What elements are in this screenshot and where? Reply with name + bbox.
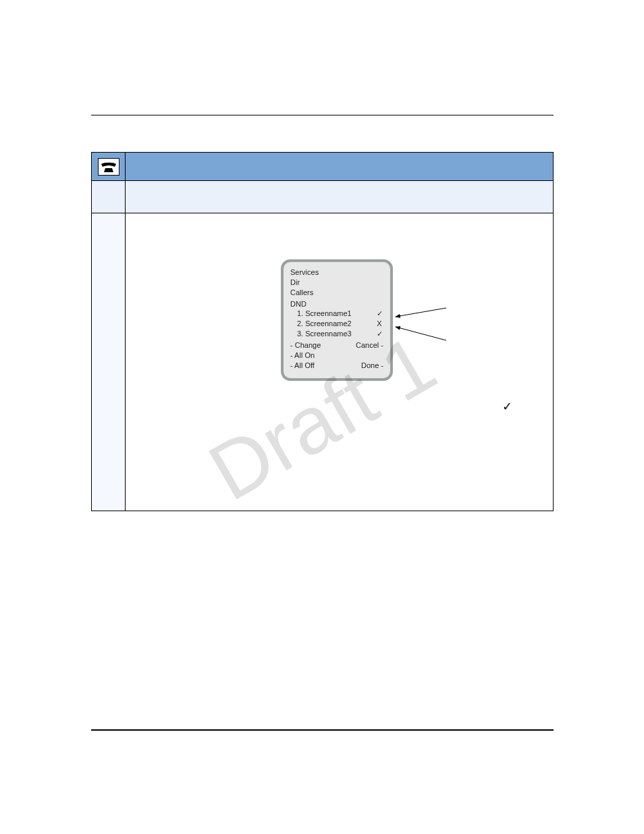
- phone-account-entry: 2. Screenname2: [297, 319, 352, 329]
- phone-account-row: 2. Screenname2 X: [297, 319, 383, 329]
- page-container: Services Dir Callers DND 1. Screenname1 …: [0, 0, 644, 834]
- softkey-all-off: - All Off: [290, 361, 315, 371]
- softkey-done: Done -: [361, 361, 383, 371]
- step-text-cell: [126, 181, 553, 213]
- check-icon: ✓: [375, 329, 383, 339]
- svg-line-1: [396, 308, 446, 317]
- phone-account-row: 1. Screenname1 ✓: [297, 309, 383, 319]
- phone-section-dnd: DND: [290, 299, 383, 309]
- top-horizontal-rule: [91, 115, 554, 115]
- procedure-header-icon-cell: [92, 153, 126, 180]
- phone-account-entry: 1. Screenname1: [297, 309, 352, 319]
- phone-softkey-row: - Change Cancel -: [290, 340, 383, 350]
- softkey-all-on: - All On: [290, 350, 315, 361]
- content-body: Services Dir Callers DND 1. Screenname1 …: [126, 213, 553, 511]
- phone-softkey-group: - Change Cancel - - All On - All Off Don…: [290, 340, 383, 371]
- softkey-cancel: Cancel -: [356, 340, 383, 350]
- phone-account-entry: 3. Screenname3: [297, 329, 352, 339]
- phone-menu-services: Services: [290, 267, 383, 278]
- bottom-horizontal-rule: [91, 729, 554, 731]
- phone-softkey-row: - All On: [290, 350, 383, 361]
- check-icon: ✓: [375, 309, 383, 319]
- procedure-header-row: [92, 153, 553, 181]
- phone-screen-dnd-group: DND 1. Screenname1 ✓ 2. Screenname2 X: [290, 299, 383, 339]
- phone-screen: Services Dir Callers DND 1. Screenname1 …: [281, 259, 393, 381]
- softkey-change: - Change: [290, 340, 321, 350]
- procedure-header-text-cell: [126, 153, 553, 180]
- phone-icon: [98, 158, 119, 176]
- phone-account-row: 3. Screenname3 ✓: [297, 329, 383, 339]
- phone-menu-callers: Callers: [290, 288, 383, 298]
- svg-line-2: [396, 327, 446, 340]
- phone-menu-dir: Dir: [290, 278, 383, 288]
- content-left-gutter: [92, 213, 126, 511]
- phone-softkey-row: - All Off Done -: [290, 361, 383, 371]
- procedure-box: Services Dir Callers DND 1. Screenname1 …: [91, 152, 554, 511]
- content-row: Services Dir Callers DND 1. Screenname1 …: [92, 213, 553, 511]
- check-icon: ✓: [502, 399, 512, 414]
- step-number-cell: [92, 181, 126, 213]
- phone-screen-top-group: Services Dir Callers: [290, 267, 383, 298]
- step-row: [92, 181, 553, 213]
- x-icon: X: [375, 319, 383, 329]
- phone-account-list: 1. Screenname1 ✓ 2. Screenname2 X 3. Scr…: [290, 309, 383, 339]
